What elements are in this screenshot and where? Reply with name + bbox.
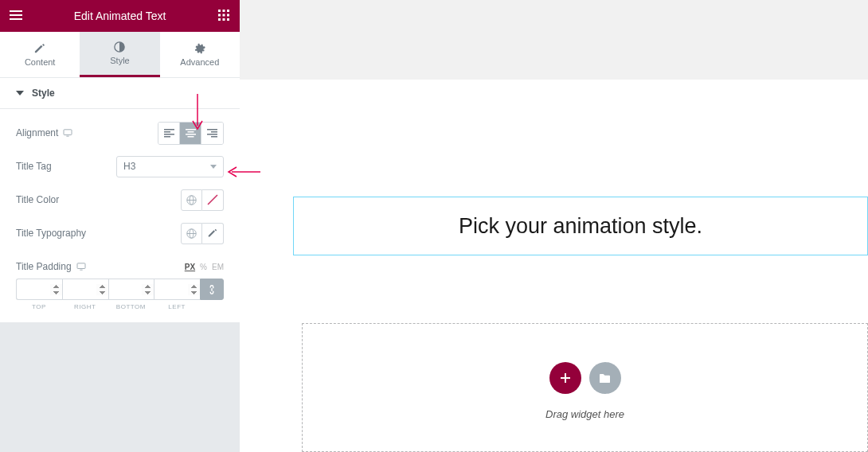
svg-rect-11 <box>227 18 229 21</box>
canvas-header-area <box>240 0 868 80</box>
align-right-button[interactable] <box>201 123 223 144</box>
svg-rect-24 <box>207 134 217 135</box>
dropzone-label: Drag widget here <box>545 408 624 420</box>
svg-rect-25 <box>211 136 217 138</box>
typography-edit-button[interactable] <box>202 223 224 244</box>
padding-bottom-input[interactable] <box>108 279 154 300</box>
editor-tabs: Content Style Advanced <box>0 32 240 78</box>
padding-right-input[interactable] <box>62 279 108 300</box>
padding-bottom-label: BOTTOM <box>116 303 146 310</box>
tab-advanced-label: Advanced <box>180 57 219 67</box>
svg-rect-4 <box>223 10 225 12</box>
svg-rect-0 <box>10 10 22 12</box>
section-header-style[interactable]: Style <box>0 78 240 109</box>
padding-units: PX % EM <box>185 263 224 271</box>
svg-rect-31 <box>77 263 85 269</box>
add-section-button[interactable] <box>549 362 581 394</box>
contrast-icon <box>114 41 125 53</box>
svg-rect-14 <box>164 129 174 131</box>
control-title-typography: Title Typography <box>16 221 224 245</box>
widget-dropzone[interactable]: Drag widget here <box>302 323 868 452</box>
tab-content[interactable]: Content <box>0 32 80 77</box>
apps-icon[interactable] <box>217 9 230 24</box>
unit-px[interactable]: PX <box>185 263 195 271</box>
plus-icon <box>559 372 572 384</box>
tab-content-label: Content <box>25 57 56 67</box>
caret-down-icon <box>16 89 24 97</box>
control-title-tag: Title Tag H3 <box>16 154 224 178</box>
template-library-button[interactable] <box>589 362 621 394</box>
unit-em[interactable]: EM <box>212 263 224 271</box>
svg-rect-7 <box>223 14 225 16</box>
control-title-padding: Title Padding PX % EM <box>16 255 224 279</box>
tab-style-label: Style <box>110 56 129 65</box>
svg-rect-9 <box>218 18 221 21</box>
control-alignment: Alignment <box>16 121 224 145</box>
svg-rect-6 <box>218 14 221 16</box>
style-section: Style Alignment Title Tag H3 <box>0 78 240 322</box>
widget-text-content: Pick your animation style. <box>459 214 702 239</box>
editor-sidebar: Edit Animated Text Content Style Advance… <box>0 0 240 452</box>
title-tag-select[interactable]: H3 <box>116 156 224 177</box>
svg-rect-3 <box>218 10 221 12</box>
padding-left-label: LEFT <box>168 303 186 310</box>
title-tag-label: Title Tag <box>16 161 52 172</box>
svg-rect-10 <box>223 18 225 21</box>
svg-rect-23 <box>211 131 217 133</box>
align-center-button[interactable] <box>180 123 201 144</box>
padding-left-input[interactable] <box>154 279 200 300</box>
tab-advanced[interactable]: Advanced <box>160 32 240 77</box>
svg-rect-18 <box>186 129 196 131</box>
svg-rect-21 <box>187 136 194 138</box>
padding-right-label: RIGHT <box>74 303 96 310</box>
padding-top-input[interactable] <box>16 279 62 300</box>
responsive-icon[interactable] <box>63 129 72 137</box>
global-color-button[interactable] <box>181 189 202 211</box>
folder-icon <box>599 373 611 384</box>
responsive-icon[interactable] <box>76 263 86 271</box>
unit-pct[interactable]: % <box>200 263 207 271</box>
gear-icon <box>194 43 205 54</box>
align-left-button[interactable] <box>158 123 180 144</box>
title-padding-label: Title Padding <box>16 261 72 272</box>
svg-rect-22 <box>207 129 217 131</box>
tab-style[interactable]: Style <box>80 32 159 77</box>
control-title-color: Title Color <box>16 188 224 212</box>
svg-rect-13 <box>64 130 72 135</box>
svg-rect-8 <box>227 14 229 16</box>
alignment-label: Alignment <box>16 127 58 138</box>
svg-rect-20 <box>186 134 196 135</box>
menu-icon[interactable] <box>10 9 22 24</box>
global-typography-button[interactable] <box>181 223 202 244</box>
svg-line-28 <box>208 195 217 205</box>
svg-rect-2 <box>10 18 22 20</box>
svg-rect-17 <box>164 136 170 138</box>
title-color-label: Title Color <box>16 194 59 205</box>
animated-text-widget[interactable]: Pick your animation style. <box>293 197 868 255</box>
chevron-down-icon <box>210 165 217 169</box>
alignment-buttons <box>158 122 224 145</box>
svg-rect-5 <box>227 10 229 12</box>
sidebar-title: Edit Animated Text <box>22 10 217 22</box>
svg-rect-19 <box>187 131 194 133</box>
pencil-icon <box>34 43 45 54</box>
padding-dimensions: TOP RIGHT BOTTOM LEFT <box>16 279 224 310</box>
svg-rect-15 <box>164 131 170 133</box>
section-title: Style <box>32 88 55 99</box>
title-typography-label: Title Typography <box>16 228 86 239</box>
padding-top-label: TOP <box>32 303 46 310</box>
title-tag-value: H3 <box>123 161 135 172</box>
link-values-button[interactable] <box>200 279 224 300</box>
svg-rect-1 <box>10 14 22 16</box>
color-picker-button[interactable] <box>202 189 224 211</box>
svg-rect-16 <box>164 134 174 135</box>
sidebar-header: Edit Animated Text <box>0 0 240 32</box>
